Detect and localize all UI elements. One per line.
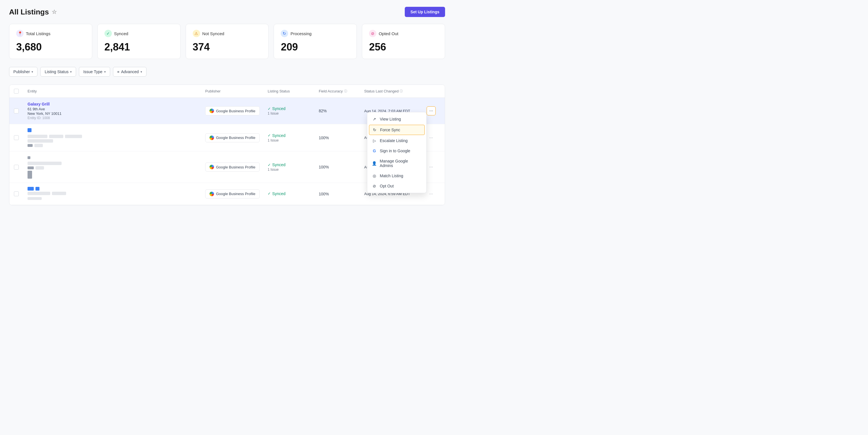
row-checkbox[interactable] xyxy=(14,135,19,140)
row-checkbox[interactable] xyxy=(14,109,19,113)
google-icon xyxy=(210,136,214,140)
google-icon xyxy=(210,192,214,196)
more-actions-button[interactable]: ··· xyxy=(427,190,436,199)
stat-card-total[interactable]: 📍 Total Listings 3,680 xyxy=(9,24,92,59)
status-cell: ✓ Synced 1 Issue xyxy=(268,106,319,115)
status-cell: ✓ Synced xyxy=(268,192,319,197)
field-accuracy-info-icon[interactable]: ⓘ xyxy=(344,89,347,93)
status-synced: ✓ Synced xyxy=(268,163,319,167)
publisher-cell: Google Business Profile xyxy=(205,190,268,199)
filter-listing_status[interactable]: Listing Status▾ xyxy=(40,67,76,76)
filter-label: Listing Status xyxy=(44,69,68,74)
publisher-name: Google Business Profile xyxy=(216,192,255,196)
col-publisher: Publisher xyxy=(205,89,268,93)
status-synced: ✓ Synced xyxy=(268,106,319,111)
filter-publisher[interactable]: Publisher▾ xyxy=(9,67,37,76)
escalate-listing-item[interactable]: ▷ Escalate Listing xyxy=(367,136,426,146)
sign-in-google-item[interactable]: G Sign in to Google xyxy=(367,146,426,156)
chevron-down-icon: ▾ xyxy=(70,70,72,74)
accuracy-cell: 100% xyxy=(319,165,364,169)
stat-card-not_synced[interactable]: ⚠ Not Synced 374 xyxy=(186,24,269,59)
google-g-icon: G xyxy=(372,148,377,153)
check-icon: ✓ xyxy=(268,107,271,111)
setup-listings-button[interactable]: Set Up Listings xyxy=(405,7,445,17)
status-synced: ✓ Synced xyxy=(268,192,319,196)
stat-icon: ⚠ xyxy=(193,30,200,37)
context-menu: ↗ View Listing ↻ Force Sync ▷ Escalate L… xyxy=(367,112,427,193)
stat-icon: ⊘ xyxy=(369,30,376,37)
chevron-down-icon: ▾ xyxy=(32,70,33,74)
check-icon: ✓ xyxy=(268,192,271,196)
view-listing-item[interactable]: ↗ View Listing xyxy=(367,114,426,124)
publisher-cell: Google Business Profile xyxy=(205,106,268,115)
entity-cell xyxy=(28,156,205,179)
opt-out-item[interactable]: ⊘ Opt Out xyxy=(367,181,426,191)
manage-admins-item[interactable]: 👤 Manage Google Admins xyxy=(367,156,426,171)
col-status-last-changed: Status Last Changed ⓘ xyxy=(364,89,427,93)
filter-icon: ≡ xyxy=(117,70,120,74)
chevron-down-icon: ▾ xyxy=(104,70,106,74)
table-header: Entity Publisher Listing Status Field Ac… xyxy=(9,85,445,98)
stat-label: Total Listings xyxy=(26,31,51,36)
entity-cell xyxy=(28,187,205,201)
accuracy-cell: 82% xyxy=(319,109,364,113)
page-title-group: All Listings ☆ xyxy=(9,8,57,16)
stat-label: Processing xyxy=(290,31,311,36)
more-actions-button[interactable]: ··· xyxy=(427,163,436,172)
manage-admins-label: Manage Google Admins xyxy=(380,159,422,168)
accuracy-cell: 100% xyxy=(319,192,364,196)
entity-id: Entity ID: 1008 xyxy=(28,116,205,120)
filter-label: Advanced xyxy=(121,69,138,74)
status-label: Synced xyxy=(272,163,285,167)
publisher-badge: Google Business Profile xyxy=(205,163,260,172)
filter-advanced[interactable]: ≡Advanced▾ xyxy=(113,67,147,76)
force-sync-item[interactable]: ↻ Force Sync xyxy=(369,125,425,135)
filter-label: Publisher xyxy=(13,69,30,74)
google-icon xyxy=(210,109,214,113)
google-icon xyxy=(210,165,214,169)
stat-value: 209 xyxy=(281,41,350,53)
status-label: Synced xyxy=(272,133,285,138)
stat-card-header: ✓ Synced xyxy=(104,30,174,37)
stats-row: 📍 Total Listings 3,680 ✓ Synced 2,841 ⚠ … xyxy=(9,24,445,59)
filter-issue_type[interactable]: Issue Type▾ xyxy=(79,67,110,76)
force-sync-label: Force Sync xyxy=(380,128,400,132)
more-actions-button[interactable]: ··· xyxy=(427,106,436,115)
filter-bar: Publisher▾Listing Status▾Issue Type▾≡Adv… xyxy=(9,67,445,76)
opt-out-icon: ⊘ xyxy=(372,184,377,188)
stat-card-header: 📍 Total Listings xyxy=(16,30,85,37)
table-row: Galaxy Grill 61 9th Ave New York, NY 100… xyxy=(9,98,445,124)
stat-card-synced[interactable]: ✓ Synced 2,841 xyxy=(97,24,181,59)
row-checkbox[interactable] xyxy=(14,165,19,170)
match-listing-label: Match Listing xyxy=(380,173,403,178)
stat-icon: ↻ xyxy=(281,30,288,37)
row-checkbox[interactable] xyxy=(14,192,19,196)
admin-icon: 👤 xyxy=(372,161,377,166)
status-detail: 1 Issue xyxy=(268,111,319,115)
stat-label: Opted Out xyxy=(379,31,398,36)
favorite-icon[interactable]: ☆ xyxy=(52,8,57,15)
publisher-name: Google Business Profile xyxy=(216,109,255,113)
select-all-checkbox[interactable] xyxy=(14,89,19,94)
col-listing-status: Listing Status xyxy=(268,89,319,93)
stat-value: 2,841 xyxy=(104,41,174,53)
page-header: All Listings ☆ Set Up Listings xyxy=(9,7,445,17)
match-icon: ◎ xyxy=(372,173,377,178)
publisher-name: Google Business Profile xyxy=(216,136,255,140)
publisher-cell: Google Business Profile xyxy=(205,163,268,172)
view-listing-label: View Listing xyxy=(380,117,401,121)
entity-name[interactable]: Galaxy Grill xyxy=(28,102,205,106)
status-cell: ✓ Synced 1 Issue xyxy=(268,133,319,142)
sync-icon: ↻ xyxy=(372,128,377,132)
stat-card-opted_out[interactable]: ⊘ Opted Out 256 xyxy=(362,24,445,59)
match-listing-item[interactable]: ◎ Match Listing xyxy=(367,171,426,181)
stat-card-processing[interactable]: ↻ Processing 209 xyxy=(274,24,357,59)
stat-label: Synced xyxy=(114,31,128,36)
entity-address: 61 9th Ave xyxy=(28,107,205,111)
status-last-changed-info-icon[interactable]: ⓘ xyxy=(400,89,403,93)
opt-out-label: Opt Out xyxy=(380,184,394,188)
more-actions-button[interactable]: ··· xyxy=(427,133,436,142)
status-detail: 1 Issue xyxy=(268,168,319,172)
status-label: Synced xyxy=(272,192,285,196)
stat-label: Not Synced xyxy=(203,31,224,36)
